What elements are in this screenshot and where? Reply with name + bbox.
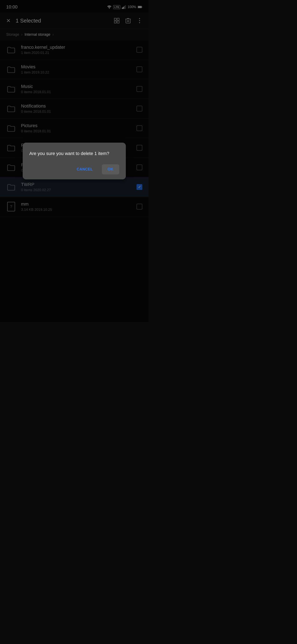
cancel-button[interactable]: CANCEL [71,164,99,174]
dialog-overlay: Are you sure you want to delete 1 item? … [0,0,148,322]
dialog-buttons: CANCEL OK [29,164,119,174]
delete-confirmation-dialog: Are you sure you want to delete 1 item? … [23,143,126,179]
ok-button[interactable]: OK [102,164,119,174]
dialog-message: Are you sure you want to delete 1 item? [29,150,119,157]
